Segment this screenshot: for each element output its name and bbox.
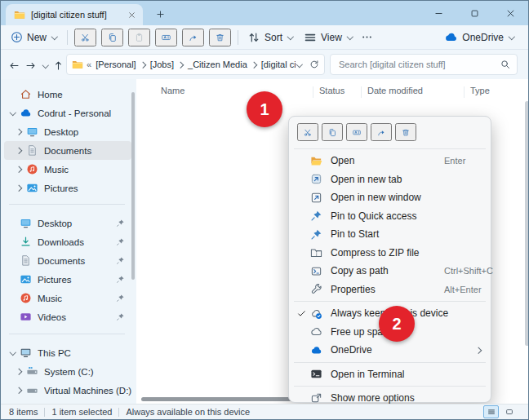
address-dropdown-icon[interactable] bbox=[296, 61, 303, 69]
view-icon bbox=[304, 31, 317, 44]
expand-chevron-icon[interactable] bbox=[9, 109, 16, 117]
sidebar-item[interactable]: Music bbox=[4, 160, 131, 179]
sidebar-item-label: Downloads bbox=[38, 237, 116, 247]
vertical-scrollbar[interactable] bbox=[525, 101, 529, 420]
quick-action-button[interactable] bbox=[322, 123, 343, 141]
see-more-button[interactable] bbox=[358, 31, 376, 43]
menu-item[interactable]: Open in new window bbox=[289, 188, 491, 207]
sidebar-item[interactable]: Codrut - Personal bbox=[4, 104, 131, 122]
delete-icon bbox=[216, 31, 224, 44]
toolbar-icon-button[interactable] bbox=[182, 29, 204, 46]
sidebar-scrollbar[interactable] bbox=[131, 92, 135, 280]
search-input[interactable] bbox=[337, 59, 500, 70]
refresh-icon[interactable] bbox=[309, 60, 319, 69]
menu-item[interactable]: Compress to ZIP file bbox=[289, 244, 491, 263]
back-arrow-icon bbox=[9, 60, 20, 71]
sidebar-item[interactable]: Home bbox=[4, 85, 131, 104]
expand-chevron-icon[interactable] bbox=[16, 166, 23, 173]
toolbar-icon-button[interactable] bbox=[128, 29, 150, 46]
sidebar-item-label: Home bbox=[38, 90, 131, 99]
breadcrumb-item[interactable]: _Citizen Media bbox=[188, 60, 247, 69]
view-button[interactable]: View bbox=[299, 28, 358, 47]
menu-item[interactable]: Open in Terminal bbox=[289, 365, 491, 384]
close-button[interactable] bbox=[492, 1, 528, 25]
breadcrumb-item[interactable]: [Personal] bbox=[96, 60, 136, 69]
sidebar-item[interactable]: Desktop bbox=[4, 122, 131, 141]
sort-button[interactable]: Sort bbox=[242, 28, 299, 47]
pin-icon bbox=[116, 312, 125, 321]
breadcrumb-item[interactable]: [Jobs] bbox=[150, 60, 174, 69]
menu-item[interactable]: Open in new tab bbox=[289, 170, 491, 189]
search-icon[interactable] bbox=[500, 60, 510, 69]
column-header-date[interactable]: Date modified bbox=[367, 86, 423, 95]
column-divider[interactable] bbox=[464, 86, 465, 98]
quick-action-button[interactable] bbox=[395, 123, 416, 141]
expand-chevron-icon[interactable] bbox=[16, 147, 23, 154]
onedrive-button[interactable]: OneDrive bbox=[439, 28, 520, 47]
pin-icon bbox=[116, 275, 125, 284]
column-divider[interactable] bbox=[313, 86, 313, 98]
menu-item[interactable]: Pin to Start bbox=[289, 225, 491, 244]
menu-item[interactable]: Properties Alt+Enter bbox=[289, 281, 491, 299]
expand-chevron-icon[interactable] bbox=[16, 184, 23, 192]
pin-icon bbox=[310, 210, 322, 222]
column-header-name[interactable]: Name bbox=[161, 86, 184, 95]
breadcrumb-overflow-icon[interactable]: « bbox=[87, 60, 91, 69]
menu-item[interactable]: OneDrive bbox=[289, 341, 491, 360]
window-controls bbox=[420, 1, 528, 25]
sidebar-item[interactable]: Documents bbox=[4, 251, 131, 270]
toolbar-icon-button[interactable] bbox=[209, 29, 231, 46]
new-button[interactable]: New bbox=[6, 28, 63, 47]
status-separator bbox=[44, 408, 45, 417]
sidebar-item[interactable]: This PC bbox=[4, 343, 131, 362]
forward-button[interactable] bbox=[22, 57, 38, 73]
chevron-down-icon bbox=[51, 33, 58, 41]
large-icons-view-toggle[interactable] bbox=[501, 405, 517, 418]
chevron-right-icon[interactable] bbox=[177, 61, 184, 69]
back-button[interactable] bbox=[6, 57, 22, 73]
toolbar-icon-button[interactable] bbox=[74, 29, 96, 46]
sidebar-item-label: Videos bbox=[38, 312, 116, 322]
up-button[interactable] bbox=[50, 57, 66, 73]
vertical-scrollbar-thumb[interactable] bbox=[525, 101, 529, 346]
expand-chevron-icon[interactable] bbox=[9, 349, 16, 356]
sidebar-item[interactable]: Videos bbox=[4, 307, 131, 326]
quick-action-button[interactable] bbox=[371, 123, 392, 141]
column-header-status[interactable]: Status bbox=[319, 86, 345, 95]
column-header-type[interactable]: Type bbox=[470, 86, 490, 95]
chevron-right-icon[interactable] bbox=[251, 61, 258, 69]
toolbar-icon-button[interactable] bbox=[155, 29, 177, 46]
chevron-right-icon[interactable] bbox=[140, 61, 147, 69]
maximize-button[interactable] bbox=[456, 1, 492, 25]
address-bar[interactable]: « [Personal] [Jobs] _Citizen Media bbox=[66, 54, 325, 75]
sidebar-item[interactable]: Virtual Machines (D:) bbox=[4, 381, 131, 400]
menu-item-label: Pin to Start bbox=[331, 228, 484, 240]
availability-status: Always available on this device bbox=[126, 407, 250, 417]
menu-item[interactable]: Open Enter bbox=[289, 152, 491, 170]
toolbar-icon-button[interactable] bbox=[101, 29, 123, 46]
menu-item[interactable]: Pin to Quick access bbox=[289, 207, 491, 226]
tab-close-icon[interactable] bbox=[125, 8, 138, 21]
column-divider[interactable] bbox=[361, 86, 362, 98]
sidebar-item[interactable]: Documents bbox=[4, 141, 131, 160]
sidebar-item[interactable]: Downloads bbox=[4, 232, 131, 251]
sidebar-item-label: Desktop bbox=[38, 219, 116, 228]
menu-item[interactable]: Copy as path Ctrl+Shift+C bbox=[289, 262, 491, 281]
sidebar-item[interactable]: Music bbox=[4, 289, 131, 307]
sidebar-item[interactable]: System (C:) bbox=[4, 362, 131, 381]
sidebar-item[interactable]: Pictures bbox=[4, 270, 131, 289]
expand-chevron-icon[interactable] bbox=[16, 128, 23, 135]
chevron-down-icon bbox=[287, 33, 294, 41]
expand-chevron-icon[interactable] bbox=[16, 387, 23, 394]
sidebar-item[interactable]: Pictures bbox=[4, 179, 131, 197]
sidebar-item[interactable]: Desktop bbox=[4, 214, 131, 232]
breadcrumb-item[interactable]: [digital citizen stuff] bbox=[261, 60, 296, 69]
toolbar: New bbox=[1, 25, 528, 50]
quick-action-button[interactable] bbox=[297, 123, 318, 141]
quick-action-button[interactable] bbox=[346, 123, 367, 141]
new-tab-button[interactable] bbox=[153, 7, 167, 21]
expand-chevron-icon[interactable] bbox=[16, 368, 23, 375]
details-view-toggle[interactable] bbox=[483, 405, 499, 418]
explorer-tab[interactable]: [digital citizen stuff] bbox=[6, 4, 143, 25]
minimize-button[interactable] bbox=[420, 1, 456, 25]
